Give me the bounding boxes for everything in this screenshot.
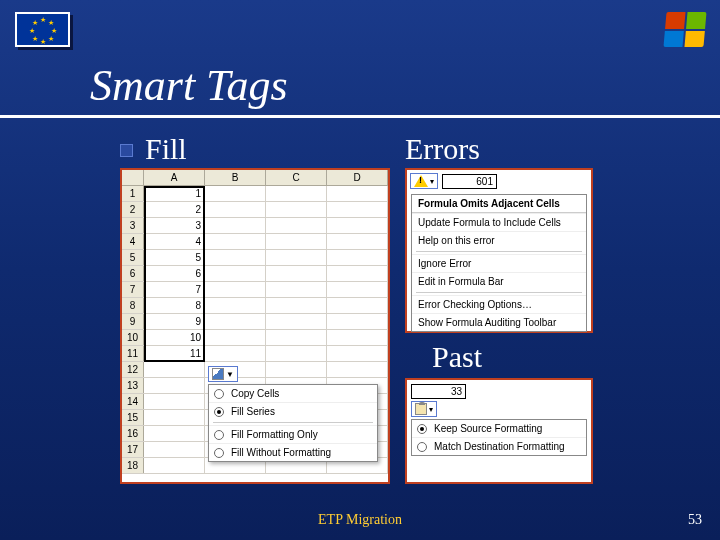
windows-logo-icon	[663, 12, 706, 47]
menu-item-fill-without-formatting[interactable]: Fill Without Formatting	[209, 443, 377, 461]
cell[interactable]: 9	[144, 314, 205, 329]
smarttag-error-button[interactable]: ▾	[410, 173, 438, 189]
col-header[interactable]: A	[144, 170, 205, 185]
menu-item-fill-formatting[interactable]: Fill Formatting Only	[209, 425, 377, 443]
row-header[interactable]: 18	[122, 458, 144, 473]
row-header[interactable]: 17	[122, 442, 144, 457]
cell[interactable]	[205, 266, 266, 281]
cell[interactable]	[266, 218, 327, 233]
smarttag-paste-button[interactable]: ▾	[411, 401, 437, 417]
cell[interactable]	[144, 410, 205, 425]
col-header[interactable]: B	[205, 170, 266, 185]
cell[interactable]	[266, 298, 327, 313]
cell[interactable]: 11	[144, 346, 205, 361]
slide-number: 53	[688, 512, 702, 528]
cell[interactable]: 10	[144, 330, 205, 345]
menu-item-help[interactable]: Help on this error	[412, 231, 586, 249]
table-row: 88	[122, 298, 388, 314]
cell[interactable]: 2	[144, 202, 205, 217]
col-header[interactable]: C	[266, 170, 327, 185]
cell[interactable]	[205, 186, 266, 201]
cell[interactable]	[327, 346, 388, 361]
menu-item-ignore[interactable]: Ignore Error	[412, 254, 586, 272]
cell[interactable]	[144, 378, 205, 393]
column-headers: A B C D	[122, 170, 388, 186]
menu-item-update-formula[interactable]: Update Formula to Include Cells	[412, 213, 586, 231]
row-header[interactable]: 10	[122, 330, 144, 345]
cell[interactable]	[144, 394, 205, 409]
cell[interactable]	[327, 218, 388, 233]
cell[interactable]: 6	[144, 266, 205, 281]
row-header[interactable]: 9	[122, 314, 144, 329]
cell[interactable]	[327, 250, 388, 265]
menu-item-match-destination[interactable]: Match Destination Formatting	[412, 437, 586, 455]
footer-text: ETP Migration	[318, 512, 402, 528]
row-header[interactable]: 5	[122, 250, 144, 265]
cell[interactable]: 8	[144, 298, 205, 313]
row-header[interactable]: 14	[122, 394, 144, 409]
row-header[interactable]: 11	[122, 346, 144, 361]
cell[interactable]	[327, 362, 388, 377]
menu-item-fill-series[interactable]: Fill Series	[209, 402, 377, 420]
table-row: 1010	[122, 330, 388, 346]
row-header[interactable]: 2	[122, 202, 144, 217]
row-header[interactable]: 4	[122, 234, 144, 249]
row-header[interactable]: 6	[122, 266, 144, 281]
table-row: 99	[122, 314, 388, 330]
cell[interactable]	[266, 330, 327, 345]
error-cell-value: 601	[442, 174, 497, 189]
row-header[interactable]: 1	[122, 186, 144, 201]
cell[interactable]	[266, 266, 327, 281]
cell[interactable]	[266, 314, 327, 329]
cell[interactable]	[205, 346, 266, 361]
cell[interactable]	[144, 426, 205, 441]
cell[interactable]	[327, 298, 388, 313]
cell[interactable]	[266, 234, 327, 249]
cell[interactable]	[266, 186, 327, 201]
menu-item-edit-formula[interactable]: Edit in Formula Bar	[412, 272, 586, 290]
cell[interactable]	[327, 314, 388, 329]
row-header[interactable]: 3	[122, 218, 144, 233]
row-header[interactable]: 16	[122, 426, 144, 441]
cell[interactable]	[327, 282, 388, 297]
row-header[interactable]: 12	[122, 362, 144, 377]
fill-panel: A B C D 11223344556677889910101111121314…	[120, 168, 390, 484]
cell[interactable]	[205, 202, 266, 217]
cell[interactable]	[205, 218, 266, 233]
cell[interactable]: 5	[144, 250, 205, 265]
cell[interactable]	[327, 234, 388, 249]
cell[interactable]	[205, 298, 266, 313]
cell[interactable]	[327, 266, 388, 281]
cell[interactable]	[144, 362, 205, 377]
cell[interactable]	[205, 234, 266, 249]
cell[interactable]	[266, 346, 327, 361]
row-header[interactable]: 8	[122, 298, 144, 313]
cell[interactable]	[327, 186, 388, 201]
cell[interactable]	[205, 250, 266, 265]
cell[interactable]	[266, 250, 327, 265]
cell[interactable]	[266, 282, 327, 297]
cell[interactable]	[266, 362, 327, 377]
menu-item-options[interactable]: Error Checking Options…	[412, 295, 586, 313]
cell[interactable]	[205, 282, 266, 297]
row-header[interactable]: 15	[122, 410, 144, 425]
cell[interactable]: 7	[144, 282, 205, 297]
row-header[interactable]: 7	[122, 282, 144, 297]
clipboard-icon	[415, 403, 427, 415]
cell[interactable]	[327, 202, 388, 217]
smarttag-fill-button[interactable]: ▼	[208, 366, 238, 382]
menu-item-keep-source[interactable]: Keep Source Formatting	[412, 420, 586, 437]
cell[interactable]	[266, 202, 327, 217]
cell[interactable]	[144, 458, 205, 473]
cell[interactable]	[205, 330, 266, 345]
cell[interactable]	[327, 330, 388, 345]
cell[interactable]: 3	[144, 218, 205, 233]
cell[interactable]	[205, 314, 266, 329]
col-header[interactable]: D	[327, 170, 388, 185]
menu-item-copy-cells[interactable]: Copy Cells	[209, 385, 377, 402]
cell[interactable]: 1	[144, 186, 205, 201]
cell[interactable]: 4	[144, 234, 205, 249]
menu-item-auditing-toolbar[interactable]: Show Formula Auditing Toolbar	[412, 313, 586, 331]
row-header[interactable]: 13	[122, 378, 144, 393]
cell[interactable]	[144, 442, 205, 457]
